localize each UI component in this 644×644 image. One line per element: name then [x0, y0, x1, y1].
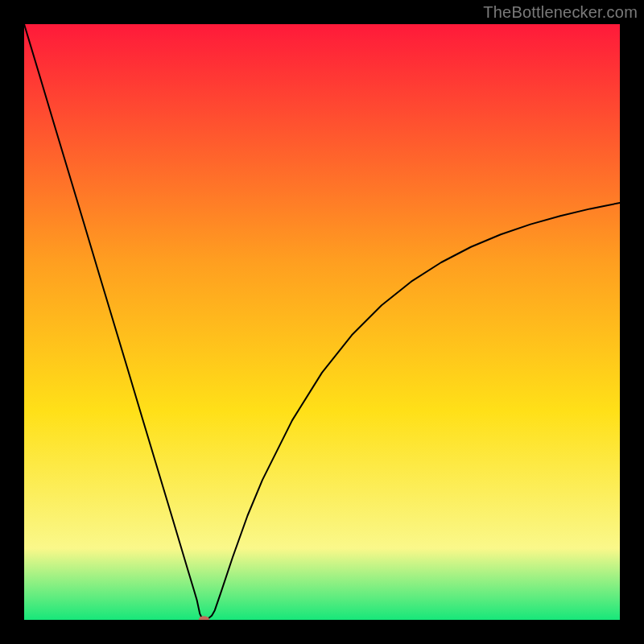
bottleneck-chart [24, 24, 620, 620]
chart-frame: TheBottlenecker.com [0, 0, 644, 644]
watermark-text: TheBottlenecker.com [483, 3, 638, 22]
plot-area [24, 24, 620, 620]
